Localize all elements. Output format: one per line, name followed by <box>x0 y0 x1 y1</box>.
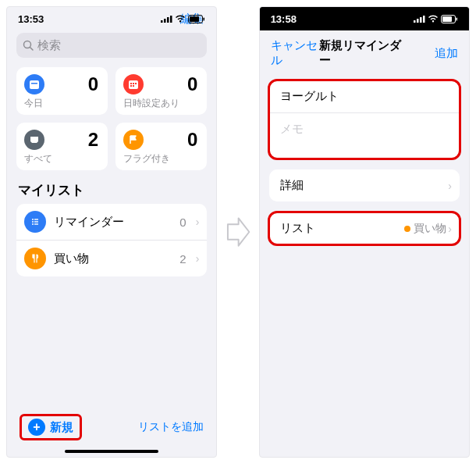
battery-icon <box>188 15 205 23</box>
svg-rect-14 <box>135 83 137 84</box>
card-label: すべて <box>24 152 98 166</box>
status-time: 13:53 <box>18 13 65 25</box>
svg-point-21 <box>32 223 34 225</box>
signal-icon <box>161 15 172 23</box>
status-indicators <box>158 15 205 23</box>
list-count: 2 <box>179 252 186 266</box>
card-count: 2 <box>88 129 98 151</box>
new-reminder-screen: 13:58 キャンセル 新規リマインダー 追加 ヨーグルト メモ 詳細 › リス… <box>259 6 470 458</box>
inbox-icon <box>24 130 44 150</box>
status-bar: 13:58 <box>260 7 469 30</box>
svg-rect-26 <box>423 16 425 23</box>
svg-rect-11 <box>129 80 138 89</box>
plus-circle-icon: + <box>28 419 45 436</box>
svg-point-17 <box>32 219 34 220</box>
reminders-main-screen: 13:53 編集 検索 0 <box>6 6 217 458</box>
card-count: 0 <box>88 73 98 95</box>
battery-icon <box>441 15 458 23</box>
status-bar: 13:53 <box>7 7 216 30</box>
calendar-grid-icon <box>123 74 144 94</box>
svg-rect-6 <box>204 17 205 20</box>
search-input[interactable]: 検索 <box>16 33 207 58</box>
chevron-right-icon: › <box>196 252 200 265</box>
svg-rect-3 <box>170 16 172 23</box>
card-label: フラグ付き <box>123 152 197 166</box>
svg-rect-23 <box>414 20 416 23</box>
search-placeholder: 検索 <box>37 38 61 53</box>
svg-rect-2 <box>167 17 169 23</box>
card-count: 0 <box>187 73 197 95</box>
detail-row[interactable]: 詳細 › <box>269 169 460 201</box>
status-time: 13:58 <box>271 13 318 25</box>
title-memo-card: ヨーグルト メモ <box>269 80 460 159</box>
nav-title: 新規リマインダー <box>319 38 409 68</box>
list-label: リマインダー <box>54 215 172 230</box>
card-count: 0 <box>187 129 197 151</box>
list-item-shopping[interactable]: 買い物 2 › <box>16 241 207 276</box>
status-indicators <box>411 15 458 23</box>
detail-label: 詳細 <box>280 178 447 193</box>
svg-rect-13 <box>133 83 134 84</box>
card-label: 今日 <box>24 97 98 110</box>
flag-icon <box>123 130 144 150</box>
chevron-right-icon: › <box>448 180 452 192</box>
svg-line-8 <box>30 48 34 51</box>
svg-rect-0 <box>161 20 163 23</box>
card-today[interactable]: 0 今日 <box>16 67 108 115</box>
list-count: 0 <box>179 216 186 229</box>
memo-input[interactable]: メモ <box>269 113 460 159</box>
list-label: 買い物 <box>54 251 172 266</box>
list-color-dot <box>404 226 410 232</box>
list-bullet-icon <box>24 211 46 233</box>
svg-rect-9 <box>30 80 39 89</box>
list-label: リスト <box>280 221 405 236</box>
svg-point-19 <box>32 221 34 223</box>
svg-rect-15 <box>130 85 132 87</box>
svg-rect-16 <box>133 85 134 87</box>
title-input[interactable]: ヨーグルト <box>269 80 460 113</box>
utensils-icon <box>24 248 46 269</box>
nav-bar: キャンセル 新規リマインダー 追加 <box>260 30 469 74</box>
card-all[interactable]: 2 すべて <box>16 123 108 170</box>
my-lists: リマインダー 0 › 買い物 2 › <box>16 204 207 276</box>
calendar-icon <box>24 74 44 94</box>
card-label: 日時設定あり <box>123 97 197 110</box>
signal-icon <box>414 15 425 23</box>
card-flagged[interactable]: 0 フラグ付き <box>115 123 207 170</box>
new-label: 新規 <box>50 420 73 435</box>
svg-rect-28 <box>442 16 452 22</box>
svg-rect-10 <box>31 83 37 84</box>
new-reminder-button[interactable]: + 新規 <box>20 414 82 440</box>
arrow-right-icon <box>225 213 250 251</box>
wifi-icon <box>175 15 186 23</box>
chevron-right-icon: › <box>196 216 200 228</box>
list-item-reminders[interactable]: リマインダー 0 › <box>16 204 207 241</box>
svg-rect-12 <box>130 83 132 84</box>
svg-rect-29 <box>456 17 457 20</box>
svg-rect-5 <box>190 16 199 22</box>
chevron-right-icon: › <box>448 223 452 235</box>
list-value: 買い物 <box>414 222 446 236</box>
svg-rect-22 <box>34 223 38 224</box>
cancel-button[interactable]: キャンセル <box>271 38 319 68</box>
wifi-icon <box>428 15 439 23</box>
search-icon <box>23 40 34 51</box>
add-button[interactable]: 追加 <box>409 46 457 61</box>
add-list-button[interactable]: リストを追加 <box>138 420 204 434</box>
my-lists-title: マイリスト <box>16 181 207 204</box>
svg-rect-18 <box>34 219 38 219</box>
card-scheduled[interactable]: 0 日時設定あり <box>115 67 207 115</box>
home-indicator[interactable] <box>65 450 158 453</box>
svg-rect-1 <box>164 19 166 23</box>
svg-rect-20 <box>34 221 38 222</box>
svg-rect-25 <box>420 17 422 23</box>
list-row[interactable]: リスト 買い物 › <box>269 212 460 244</box>
svg-rect-24 <box>417 19 419 23</box>
